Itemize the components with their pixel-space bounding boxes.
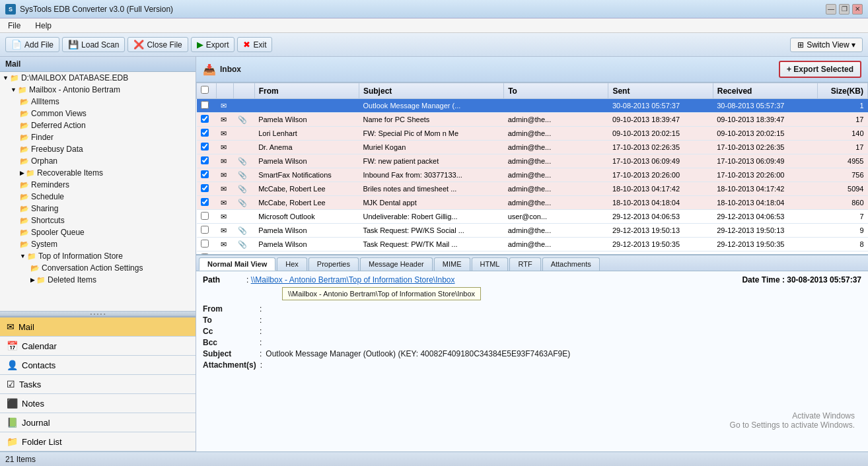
tree-deleteditems[interactable]: ▶ 📁 Deleted Items — [0, 274, 196, 286]
table-row[interactable]: ✉📎McCabe, Robert LeeMJK Dental apptadmin… — [197, 196, 868, 210]
email-from: Pamela Wilson — [254, 113, 359, 127]
tree-commonviews[interactable]: 📂 Common Views — [0, 108, 196, 119]
preview-path-link[interactable]: \\Mailbox - Antonio Bertram\Top of Infor… — [251, 275, 455, 284]
close-file-button[interactable]: ❌ Close File — [127, 37, 188, 52]
tree-allitems[interactable]: 📂 AllItems — [0, 96, 196, 108]
tree-freebusydata[interactable]: 📂 Freebusy Data — [0, 143, 196, 155]
tab-normal-mail-view[interactable]: Normal Mail View — [199, 257, 275, 271]
tree-sharing-label: Sharing — [31, 204, 58, 213]
export-selected-button[interactable]: + Export Selected — [779, 61, 861, 78]
tree-topofinfo[interactable]: ▼ 📁 Top of Information Store — [0, 250, 196, 262]
tree-deferredaction[interactable]: 📂 Deferred Action — [0, 119, 196, 131]
tab-attachments[interactable]: Attachments — [542, 257, 600, 271]
add-file-button[interactable]: 📄 Add File — [5, 37, 59, 52]
tree-edb[interactable]: ▼ 📁 D:\MAILBOX DATABASE.EDB — [0, 72, 196, 84]
table-row[interactable]: ✉Outlook Message Manager (...30-08-2013 … — [197, 99, 868, 113]
col-header-size[interactable]: Size(KB) — [818, 83, 868, 99]
load-scan-button[interactable]: 💾 Load Scan — [62, 37, 125, 52]
table-row[interactable]: ✉📎McCabe, Robert LeeBriles notes and tim… — [197, 182, 868, 196]
tree-shortcuts[interactable]: 📂 Shortcuts — [0, 215, 196, 226]
tree-recoverableitems[interactable]: ▶ 📁 Recoverable Items — [0, 167, 196, 179]
tree-orphan[interactable]: 📂 Orphan — [0, 155, 196, 167]
col-header-check[interactable] — [197, 83, 217, 99]
nav-mail[interactable]: ✉ Mail — [0, 317, 196, 337]
tree-deleteditems-expand[interactable]: ▶ — [30, 277, 35, 283]
tree-topofinfo-expand[interactable]: ▼ — [20, 253, 26, 259]
title-bar-left: S SysTools EDB Converter v3.0 (Full Vers… — [5, 4, 173, 15]
tree-recoverableitems-expand[interactable]: ▶ — [20, 170, 24, 176]
table-row[interactable]: ✉📎Pamela WilsonTask Request: PW/KS Socia… — [197, 224, 868, 238]
email-checkbox[interactable] — [201, 143, 209, 150]
table-row[interactable]: ✉📎SmartFax NotificationsInbound Fax from… — [197, 168, 868, 182]
tree-system[interactable]: 📂 System — [0, 238, 196, 250]
preview-bcc-row: Bcc : — [203, 338, 861, 347]
email-checkbox[interactable] — [201, 101, 209, 109]
col-header-received[interactable]: Received — [713, 83, 817, 99]
email-icon-envelope: ✉ — [217, 182, 234, 196]
email-checkbox[interactable] — [201, 240, 209, 248]
tree-edb-expand[interactable]: ▼ — [3, 75, 9, 81]
inbox-title: 📥 Inbox — [203, 63, 241, 76]
menu-file[interactable]: File — [4, 20, 24, 32]
tab-properties[interactable]: Properties — [308, 257, 359, 271]
tree-sharing[interactable]: 📂 Sharing — [0, 203, 196, 215]
tab-html[interactable]: HTML — [472, 257, 509, 271]
tree-reminders[interactable]: 📂 Reminders — [0, 179, 196, 191]
menu-help[interactable]: Help — [31, 20, 55, 32]
email-checkbox[interactable] — [201, 156, 209, 164]
email-checkbox[interactable] — [201, 129, 209, 137]
contacts-nav-icon: 👤 — [7, 360, 18, 370]
activate-windows: Activate Windows Go to Settings to activ… — [730, 411, 855, 430]
email-from — [254, 99, 359, 113]
tree-spoolerqueue[interactable]: 📂 Spooler Queue — [0, 226, 196, 238]
nav-notes[interactable]: ⬛ Notes — [0, 394, 196, 413]
tree-allitems-label: AllItems — [31, 97, 59, 106]
close-button[interactable]: ✕ — [852, 4, 863, 15]
restore-button[interactable]: ❐ — [839, 4, 850, 15]
email-icon-attachment: 📎 — [234, 238, 255, 251]
nav-folderlist[interactable]: 📁 Folder List — [0, 432, 196, 451]
table-row[interactable]: ✉Microsoft OutlookUndeliverable: Robert … — [197, 210, 868, 224]
col-header-from[interactable]: From — [254, 83, 359, 99]
col-header-to[interactable]: To — [504, 83, 608, 99]
tab-message-header[interactable]: Message Header — [360, 257, 433, 271]
tree-finder[interactable]: 📂 Finder — [0, 131, 196, 143]
tab-mime[interactable]: MIME — [434, 257, 470, 271]
export-button[interactable]: ▶ Export — [191, 37, 235, 52]
email-checkbox[interactable] — [201, 212, 209, 220]
nav-tasks[interactable]: ☑ Tasks — [0, 375, 196, 394]
tree-schedule[interactable]: 📂 Schedule — [0, 191, 196, 203]
preview-attachments-row: Attachment(s) : — [203, 360, 861, 370]
tab-hex[interactable]: Hex — [277, 257, 307, 271]
email-checkbox[interactable] — [201, 198, 209, 206]
col-header-sent[interactable]: Sent — [608, 83, 713, 99]
tree-mailbox[interactable]: ▼ 📁 Mailbox - Antonio Bertram — [0, 84, 196, 96]
exit-button[interactable]: ✖ Exit — [237, 37, 272, 52]
minimize-button[interactable]: — — [826, 4, 836, 15]
email-checkbox[interactable] — [201, 226, 209, 234]
preview-path-label: Path — [203, 275, 220, 284]
switch-view-button[interactable]: ⊞ Switch View ▾ — [790, 38, 863, 52]
table-row[interactable]: ✉📎Pamela WilsonName for PC Sheetsadmin@t… — [197, 113, 868, 127]
table-row[interactable]: ✉📎Pamela WilsonTask Request: PW/TK Mail … — [197, 238, 868, 251]
nav-calendar[interactable]: 📅 Calendar — [0, 337, 196, 356]
close-file-icon: ❌ — [133, 40, 144, 50]
email-icon-attachment — [234, 210, 255, 224]
tab-rtf[interactable]: RTF — [509, 257, 540, 271]
email-checkbox[interactable] — [201, 115, 209, 123]
tree-convaction[interactable]: 📂 Conversation Action Settings — [0, 262, 196, 274]
folderlist-nav-icon: 📁 — [7, 436, 18, 447]
email-checkbox[interactable] — [201, 170, 209, 178]
col-header-subject[interactable]: Subject — [359, 83, 503, 99]
email-to: admin@the... — [504, 238, 608, 251]
table-row[interactable]: ✉Lori LenhartFW: Special Pic of Mom n Me… — [197, 127, 868, 141]
left-resize-handle[interactable]: • • • • • — [0, 311, 196, 316]
email-checkbox[interactable] — [201, 184, 209, 192]
nav-contacts[interactable]: 👤 Contacts — [0, 356, 196, 375]
email-subject: Inbound Fax from: 30377133... — [359, 168, 503, 182]
nav-journal[interactable]: 📗 Journal — [0, 413, 196, 432]
table-row[interactable]: ✉Dr. AnemaMuriel Koganadmin@the...17-10-… — [197, 141, 868, 154]
export-label: Export — [206, 40, 229, 50]
tree-mailbox-expand[interactable]: ▼ — [11, 86, 17, 93]
table-row[interactable]: ✉📎Pamela WilsonFW: new patient packetadm… — [197, 154, 868, 168]
